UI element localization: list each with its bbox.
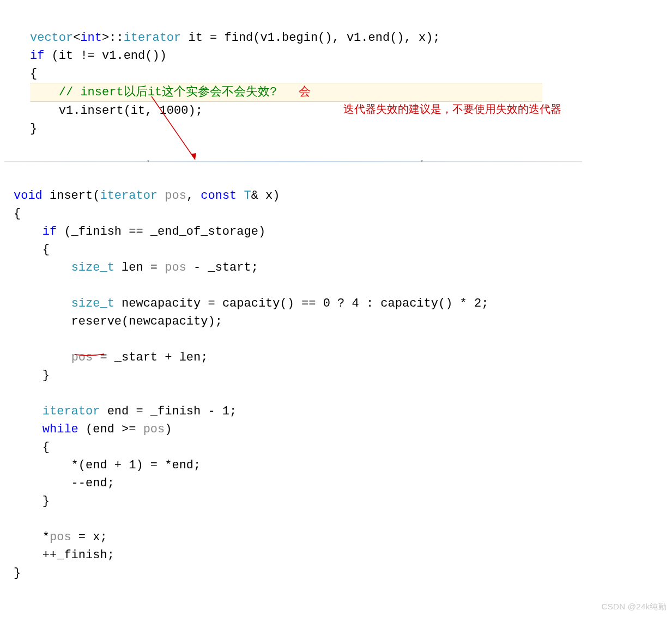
watermark: CSDN @24k纯勤 <box>602 601 667 613</box>
t-iterator: iterator <box>124 31 181 45</box>
kw-void: void <box>14 189 43 203</box>
t-int: int <box>80 31 102 45</box>
code-top: vector<int>::iterator it = find(v1.begin… <box>0 0 672 138</box>
tick-mark: ▾ <box>420 157 423 166</box>
comment: // insert以后it这个实参会不会失效? <box>59 85 277 99</box>
answer: 会 <box>299 85 311 99</box>
code-bottom: void insert(iterator pos, const T& x) { … <box>0 166 488 582</box>
tick-mark: ▾ <box>147 157 150 166</box>
t-vector: vector <box>30 31 73 45</box>
annotation-text: 迭代器失效的建议是，不要使用失效的迭代器 <box>343 101 561 117</box>
kw-if: if <box>30 49 44 63</box>
highlight-line: // insert以后it这个实参会不会失效? 会 <box>30 83 542 102</box>
separator <box>4 161 582 162</box>
param-pos: pos <box>165 189 186 203</box>
svg-marker-1 <box>191 153 196 160</box>
